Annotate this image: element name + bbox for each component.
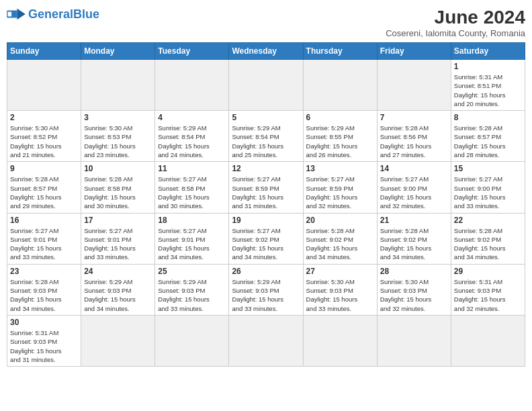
- calendar-cell: 5Sunrise: 5:29 AMSunset: 8:54 PMDaylight…: [229, 111, 303, 162]
- title-area: June 2024 Cosereni, Ialomita County, Rom…: [386, 7, 525, 38]
- calendar-cell: 24Sunrise: 5:29 AMSunset: 9:03 PMDayligh…: [81, 264, 155, 315]
- calendar-cell: [155, 315, 229, 366]
- day-info: Sunrise: 5:29 AMSunset: 9:03 PMDaylight:…: [158, 277, 226, 313]
- calendar-cell: 18Sunrise: 5:27 AMSunset: 9:01 PMDayligh…: [155, 213, 229, 264]
- calendar-cell: 20Sunrise: 5:28 AMSunset: 9:02 PMDayligh…: [303, 213, 377, 264]
- day-number: 16: [10, 216, 78, 225]
- weekday-header: Monday: [81, 43, 155, 60]
- calendar-cell: 10Sunrise: 5:28 AMSunset: 8:58 PMDayligh…: [81, 162, 155, 213]
- calendar-week-row: 23Sunrise: 5:28 AMSunset: 9:03 PMDayligh…: [7, 264, 525, 315]
- calendar-week-row: 16Sunrise: 5:27 AMSunset: 9:01 PMDayligh…: [7, 213, 525, 264]
- day-number: 11: [158, 164, 226, 173]
- day-number: 5: [232, 113, 300, 122]
- day-info: Sunrise: 5:28 AMSunset: 9:02 PMDaylight:…: [454, 226, 522, 262]
- calendar-cell: [377, 60, 451, 111]
- weekday-header-row: SundayMondayTuesdayWednesdayThursdayFrid…: [7, 43, 525, 60]
- calendar-cell: 15Sunrise: 5:27 AMSunset: 9:00 PMDayligh…: [451, 162, 525, 213]
- calendar-cell: 25Sunrise: 5:29 AMSunset: 9:03 PMDayligh…: [155, 264, 229, 315]
- calendar-cell: [303, 315, 377, 366]
- calendar-cell: [7, 60, 81, 111]
- calendar-cell: 21Sunrise: 5:28 AMSunset: 9:02 PMDayligh…: [377, 213, 451, 264]
- month-title: June 2024: [386, 7, 525, 28]
- day-number: 18: [158, 216, 226, 225]
- weekday-header: Tuesday: [155, 43, 229, 60]
- calendar-week-row: 9Sunrise: 5:28 AMSunset: 8:57 PMDaylight…: [7, 162, 525, 213]
- calendar-cell: 2Sunrise: 5:30 AMSunset: 8:52 PMDaylight…: [7, 111, 81, 162]
- day-info: Sunrise: 5:28 AMSunset: 9:03 PMDaylight:…: [10, 277, 78, 313]
- calendar-cell: 26Sunrise: 5:29 AMSunset: 9:03 PMDayligh…: [229, 264, 303, 315]
- day-number: 26: [232, 267, 300, 276]
- calendar-cell: 4Sunrise: 5:29 AMSunset: 8:54 PMDaylight…: [155, 111, 229, 162]
- day-info: Sunrise: 5:27 AMSunset: 9:01 PMDaylight:…: [158, 226, 226, 262]
- logo-text: GeneralBlue: [28, 7, 99, 21]
- day-number: 3: [84, 113, 152, 122]
- day-info: Sunrise: 5:30 AMSunset: 9:03 PMDaylight:…: [306, 277, 374, 313]
- weekday-header: Thursday: [303, 43, 377, 60]
- calendar-cell: [377, 315, 451, 366]
- day-info: Sunrise: 5:28 AMSunset: 9:02 PMDaylight:…: [306, 226, 374, 262]
- day-number: 14: [380, 164, 448, 173]
- calendar-cell: 1Sunrise: 5:31 AMSunset: 8:51 PMDaylight…: [451, 60, 525, 111]
- day-number: 24: [84, 267, 152, 276]
- logo-icon: [7, 7, 26, 21]
- day-info: Sunrise: 5:28 AMSunset: 8:56 PMDaylight:…: [380, 124, 448, 159]
- day-info: Sunrise: 5:28 AMSunset: 8:57 PMDaylight:…: [454, 124, 522, 159]
- day-info: Sunrise: 5:29 AMSunset: 9:03 PMDaylight:…: [232, 277, 300, 313]
- svg-rect-2: [8, 12, 12, 17]
- day-number: 9: [10, 164, 78, 173]
- calendar-week-row: 1Sunrise: 5:31 AMSunset: 8:51 PMDaylight…: [7, 60, 525, 111]
- day-number: 4: [158, 113, 226, 122]
- calendar-cell: 6Sunrise: 5:29 AMSunset: 8:55 PMDaylight…: [303, 111, 377, 162]
- calendar-cell: 3Sunrise: 5:30 AMSunset: 8:53 PMDaylight…: [81, 111, 155, 162]
- day-info: Sunrise: 5:27 AMSunset: 9:02 PMDaylight:…: [232, 226, 300, 262]
- day-number: 19: [232, 216, 300, 225]
- day-info: Sunrise: 5:31 AMSunset: 9:03 PMDaylight:…: [454, 277, 522, 313]
- day-info: Sunrise: 5:27 AMSunset: 9:01 PMDaylight:…: [10, 226, 78, 262]
- day-info: Sunrise: 5:30 AMSunset: 8:53 PMDaylight:…: [84, 124, 152, 159]
- header: GeneralBlue June 2024 Cosereni, Ialomita…: [7, 7, 525, 38]
- day-number: 29: [454, 267, 522, 276]
- day-info: Sunrise: 5:30 AMSunset: 9:03 PMDaylight:…: [380, 277, 448, 313]
- day-info: Sunrise: 5:27 AMSunset: 8:58 PMDaylight:…: [158, 175, 226, 210]
- day-info: Sunrise: 5:29 AMSunset: 8:55 PMDaylight:…: [306, 124, 374, 159]
- day-number: 30: [10, 318, 78, 327]
- calendar-cell: 28Sunrise: 5:30 AMSunset: 9:03 PMDayligh…: [377, 264, 451, 315]
- calendar-cell: 7Sunrise: 5:28 AMSunset: 8:56 PMDaylight…: [377, 111, 451, 162]
- day-info: Sunrise: 5:30 AMSunset: 8:52 PMDaylight:…: [10, 124, 78, 159]
- day-number: 28: [380, 267, 448, 276]
- calendar-cell: 8Sunrise: 5:28 AMSunset: 8:57 PMDaylight…: [451, 111, 525, 162]
- day-number: 17: [84, 216, 152, 225]
- calendar-cell: 13Sunrise: 5:27 AMSunset: 8:59 PMDayligh…: [303, 162, 377, 213]
- weekday-header: Saturday: [451, 43, 525, 60]
- day-number: 23: [10, 267, 78, 276]
- calendar-cell: [229, 315, 303, 366]
- day-number: 2: [10, 113, 78, 122]
- calendar-cell: [451, 315, 525, 366]
- day-number: 1: [454, 62, 522, 71]
- day-info: Sunrise: 5:28 AMSunset: 8:57 PMDaylight:…: [10, 175, 78, 210]
- day-info: Sunrise: 5:28 AMSunset: 8:58 PMDaylight:…: [84, 175, 152, 210]
- calendar-cell: 14Sunrise: 5:27 AMSunset: 9:00 PMDayligh…: [377, 162, 451, 213]
- weekday-header: Wednesday: [229, 43, 303, 60]
- calendar-cell: [155, 60, 229, 111]
- calendar-cell: 30Sunrise: 5:31 AMSunset: 9:03 PMDayligh…: [7, 315, 81, 366]
- day-info: Sunrise: 5:27 AMSunset: 8:59 PMDaylight:…: [306, 175, 374, 210]
- day-number: 6: [306, 113, 374, 122]
- day-number: 12: [232, 164, 300, 173]
- calendar-cell: 19Sunrise: 5:27 AMSunset: 9:02 PMDayligh…: [229, 213, 303, 264]
- day-info: Sunrise: 5:29 AMSunset: 8:54 PMDaylight:…: [158, 124, 226, 159]
- calendar-cell: 29Sunrise: 5:31 AMSunset: 9:03 PMDayligh…: [451, 264, 525, 315]
- day-number: 10: [84, 164, 152, 173]
- day-number: 8: [454, 113, 522, 122]
- day-number: 27: [306, 267, 374, 276]
- calendar-cell: 17Sunrise: 5:27 AMSunset: 9:01 PMDayligh…: [81, 213, 155, 264]
- day-info: Sunrise: 5:29 AMSunset: 9:03 PMDaylight:…: [84, 277, 152, 313]
- calendar-week-row: 2Sunrise: 5:30 AMSunset: 8:52 PMDaylight…: [7, 111, 525, 162]
- day-info: Sunrise: 5:27 AMSunset: 8:59 PMDaylight:…: [232, 175, 300, 210]
- day-info: Sunrise: 5:28 AMSunset: 9:02 PMDaylight:…: [380, 226, 448, 262]
- day-number: 25: [158, 267, 226, 276]
- day-info: Sunrise: 5:27 AMSunset: 9:00 PMDaylight:…: [380, 175, 448, 210]
- calendar-cell: [81, 315, 155, 366]
- calendar-cell: [229, 60, 303, 111]
- calendar-cell: 12Sunrise: 5:27 AMSunset: 8:59 PMDayligh…: [229, 162, 303, 213]
